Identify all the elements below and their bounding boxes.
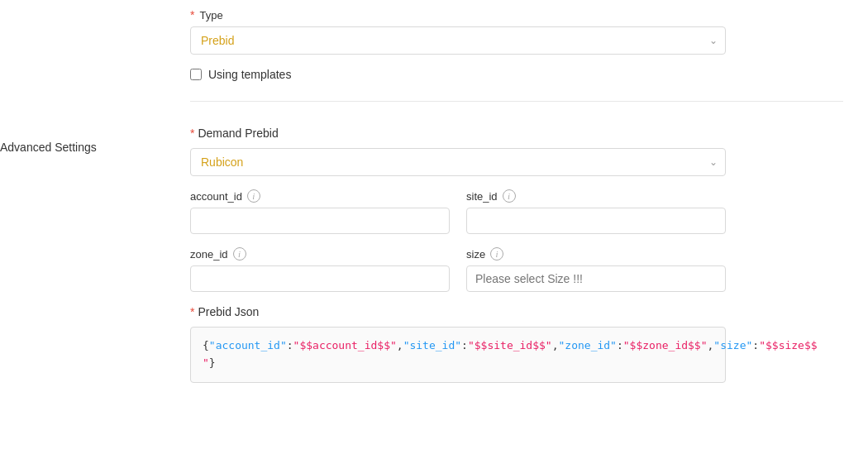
- json-key-account: "account_id": [209, 339, 287, 351]
- json-val-account: "$$account_id$$": [293, 339, 397, 351]
- json-key-size: "size": [713, 339, 752, 351]
- prebid-json-label-row: * Prebid Json: [190, 305, 843, 318]
- json-val-close: ": [203, 356, 209, 369]
- type-select-wrapper: Prebid VAST Banner ⌄: [190, 26, 726, 55]
- sidebar: Advanced Settings: [0, 0, 165, 459]
- site-id-info-icon[interactable]: i: [503, 189, 516, 203]
- type-section: * Type Prebid VAST Banner ⌄ Using templa…: [190, 8, 843, 102]
- size-col: size i: [466, 247, 726, 292]
- account-site-row: account_id i site_id i: [190, 189, 726, 234]
- zone-id-info-icon[interactable]: i: [233, 247, 246, 261]
- prebid-json-label-text: Prebid Json: [198, 305, 259, 318]
- size-input[interactable]: [466, 265, 726, 292]
- demand-prebid-field-group: * Demand Prebid Rubicon AppNexus OpenX ⌄: [190, 127, 843, 176]
- json-close-brace: }: [209, 356, 216, 369]
- json-open-brace: {: [203, 339, 209, 351]
- demand-prebid-label-text: Demand Prebid: [198, 127, 278, 140]
- json-val-zone: "$$zone_id$$": [623, 339, 708, 351]
- size-label-text: size: [466, 248, 485, 261]
- using-templates-checkbox[interactable]: [190, 69, 202, 80]
- main-content: * Type Prebid VAST Banner ⌄ Using templa…: [165, 0, 868, 459]
- zone-id-input[interactable]: [190, 265, 450, 292]
- site-id-input[interactable]: [466, 208, 726, 234]
- zone-size-row: zone_id i size i: [190, 247, 726, 292]
- site-id-label: site_id i: [466, 189, 726, 203]
- type-required-star: *: [190, 8, 194, 22]
- demand-required-star: *: [190, 127, 194, 140]
- demand-select-wrapper: Rubicon AppNexus OpenX ⌄: [190, 148, 726, 176]
- zone-id-label-text: zone_id: [190, 248, 228, 261]
- demand-prebid-label-row: * Demand Prebid: [190, 127, 843, 140]
- account-id-label-text: account_id: [190, 190, 242, 203]
- json-val-site: "$$site_id$$": [468, 339, 552, 351]
- account-id-col: account_id i: [190, 189, 450, 234]
- zone-id-col: zone_id i: [190, 247, 450, 292]
- advanced-settings-label: Advanced Settings: [0, 141, 97, 154]
- page-container: Advanced Settings * Type Prebid VAST Ban…: [0, 0, 868, 459]
- advanced-section: * Demand Prebid Rubicon AppNexus OpenX ⌄: [190, 118, 843, 383]
- account-id-label: account_id i: [190, 189, 450, 203]
- zone-id-label: zone_id i: [190, 247, 450, 261]
- type-label-text: Type: [199, 9, 222, 22]
- site-id-label-text: site_id: [466, 190, 498, 203]
- json-val-size: "$$size$$: [759, 339, 817, 351]
- prebid-json-required-star: *: [190, 305, 194, 318]
- type-select[interactable]: Prebid VAST Banner: [190, 26, 726, 55]
- json-key-site: "site_id": [403, 339, 461, 351]
- prebid-json-box: {"account_id":"$$account_id$$","site_id"…: [190, 327, 726, 383]
- using-templates-label: Using templates: [208, 68, 291, 81]
- size-label: size i: [466, 247, 726, 261]
- using-templates-row: Using templates: [190, 68, 843, 81]
- site-id-col: site_id i: [466, 189, 726, 234]
- account-id-info-icon[interactable]: i: [247, 189, 260, 203]
- demand-prebid-select[interactable]: Rubicon AppNexus OpenX: [190, 148, 726, 176]
- json-key-zone: "zone_id": [559, 339, 617, 351]
- type-label: * Type: [190, 8, 843, 22]
- prebid-json-field-group: * Prebid Json {"account_id":"$$account_i…: [190, 305, 843, 383]
- type-field-group: * Type Prebid VAST Banner ⌄: [190, 8, 843, 55]
- size-info-icon[interactable]: i: [490, 247, 503, 261]
- account-id-input[interactable]: [190, 208, 450, 234]
